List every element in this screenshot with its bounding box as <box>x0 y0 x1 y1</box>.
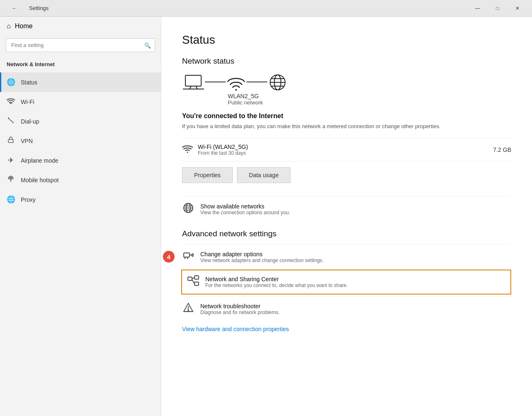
data-usage-button[interactable]: Data usage <box>237 167 291 183</box>
sidebar-item-label: Dial-up <box>21 118 39 125</box>
proxy-icon: 🌐 <box>7 195 15 204</box>
sharing-title: Network and Sharing Center <box>205 276 348 282</box>
show-networks-row[interactable]: Show available networks View the connect… <box>182 196 511 222</box>
globe-icon <box>267 73 288 92</box>
vpn-icon <box>7 136 15 145</box>
sidebar-item-label: Mobile hotspot <box>21 177 59 183</box>
search-icon: 🔍 <box>144 42 151 48</box>
svg-point-0 <box>10 104 11 104</box>
titlebar-left: ← Settings <box>5 0 49 17</box>
sidebar-item-wifi[interactable]: Wi-Fi <box>0 92 161 111</box>
svg-point-1 <box>8 117 9 119</box>
diagram-icons <box>182 73 511 92</box>
hardware-link[interactable]: View hardware and connection properties <box>182 326 289 332</box>
svg-rect-19 <box>184 253 190 257</box>
sidebar-item-hotspot[interactable]: Mobile hotspot <box>0 170 161 190</box>
adapter-title: Change adapter options <box>200 251 324 258</box>
line-2 <box>246 82 267 82</box>
svg-point-13 <box>187 151 188 153</box>
network-status-title: Network status <box>182 57 511 66</box>
adapter-sub: View network adapters and change connect… <box>200 258 324 263</box>
action-buttons: Properties Data usage <box>182 167 511 183</box>
svg-point-2 <box>12 122 14 123</box>
wifi-icon <box>7 97 15 106</box>
svg-rect-21 <box>192 254 193 256</box>
svg-rect-3 <box>8 139 13 142</box>
titlebar-title: Settings <box>29 5 49 11</box>
network-name: WLAN2_5G <box>228 93 511 99</box>
search-box: 🔍 <box>6 38 155 52</box>
laptop-icon <box>182 73 205 92</box>
sidebar-item-label: Airplane mode <box>21 157 58 164</box>
troubleshoot-icon <box>182 302 195 316</box>
network-diagram: WLAN2_5G Public network <box>182 73 511 106</box>
svg-rect-25 <box>195 276 199 279</box>
troubleshoot-sub: Diagnose and fix network problems. <box>200 310 280 315</box>
home-label: Home <box>15 22 33 30</box>
dialup-icon <box>7 117 15 126</box>
wifi-info-left: Wi-Fi (WLAN2_5G) From the last 30 days <box>182 144 248 156</box>
sidebar-item-status[interactable]: 🌐 Status <box>0 72 161 92</box>
sidebar-item-airplane[interactable]: ✈ Airplane mode <box>0 151 161 170</box>
adapter-options-row[interactable]: Change adapter options View network adap… <box>182 244 511 270</box>
main-content: Status Network status <box>161 17 532 416</box>
minimize-button[interactable]: — <box>468 0 487 17</box>
airplane-icon: ✈ <box>7 156 15 165</box>
wifi-details: Wi-Fi (WLAN2_5G) From the last 30 days <box>198 144 248 156</box>
sidebar-item-vpn[interactable]: VPN <box>0 131 161 151</box>
titlebar: ← Settings — □ ✕ <box>0 0 532 17</box>
sidebar-section-title: Network & Internet <box>0 58 161 72</box>
connected-sub: If you have a limited data plan, you can… <box>182 122 511 131</box>
sharing-icon <box>187 275 200 289</box>
page-title: Status <box>182 33 511 47</box>
back-button[interactable]: ← <box>5 0 24 17</box>
sidebar-item-proxy[interactable]: 🌐 Proxy <box>0 190 161 209</box>
home-button[interactable]: ⌂ Home <box>0 17 161 36</box>
troubleshoot-text: Network troubleshooter Diagnose and fix … <box>200 303 280 315</box>
sidebar-item-label: Proxy <box>21 196 36 203</box>
adapter-row-wrap: 4 Change adapter options View network ad… <box>182 244 511 270</box>
titlebar-controls: — □ ✕ <box>468 0 527 17</box>
sidebar-item-label: Wi-Fi <box>21 99 34 105</box>
status-icon: 🌐 <box>7 78 15 87</box>
wifi-info-row: Wi-Fi (WLAN2_5G) From the last 30 days 7… <box>182 138 511 161</box>
wifi-diagram-icon <box>226 73 246 92</box>
svg-rect-24 <box>188 277 192 280</box>
svg-point-30 <box>188 310 189 311</box>
adapter-icon <box>182 250 195 264</box>
available-networks-title: Show available networks <box>200 203 290 210</box>
svg-rect-6 <box>185 75 201 86</box>
sidebar-item-label: Status <box>21 79 37 86</box>
properties-button[interactable]: Properties <box>182 167 233 183</box>
maximize-button[interactable]: □ <box>488 0 507 17</box>
network-label: WLAN2_5G Public network <box>228 93 511 106</box>
app-container: ⌂ Home 🔍 Network & Internet 🌐 Status Wi-… <box>0 17 532 416</box>
sidebar-item-dialup[interactable]: Dial-up <box>0 111 161 131</box>
close-button[interactable]: ✕ <box>508 0 527 17</box>
wifi-signal-icon <box>182 144 193 156</box>
wifi-network-name: Wi-Fi (WLAN2_5G) <box>198 144 248 150</box>
troubleshoot-title: Network troubleshooter <box>200 303 280 310</box>
svg-line-28 <box>192 280 195 284</box>
hotspot-icon <box>7 176 15 184</box>
step-badge: 4 <box>163 251 175 262</box>
available-networks-sub: View the connection options around you. <box>200 210 290 215</box>
svg-rect-26 <box>195 282 199 285</box>
home-icon: ⌂ <box>7 22 11 30</box>
wifi-data-usage: 7.2 GB <box>493 146 511 153</box>
sidebar: ⌂ Home 🔍 Network & Internet 🌐 Status Wi-… <box>0 17 161 416</box>
svg-point-7 <box>235 89 237 91</box>
search-input[interactable] <box>6 38 155 52</box>
network-type: Public network <box>228 99 511 106</box>
troubleshoot-row[interactable]: Network troubleshooter Diagnose and fix … <box>182 296 511 322</box>
wifi-sub-label: From the last 30 days <box>198 150 248 156</box>
sharing-sub: For the networks you connect to, decide … <box>205 282 348 288</box>
line-1 <box>205 82 226 82</box>
sharing-center-row[interactable]: Network and Sharing Center For the netwo… <box>181 270 511 295</box>
adapter-text: Change adapter options View network adap… <box>200 251 324 263</box>
connected-title: You're connected to the Internet <box>182 112 511 120</box>
sidebar-item-label: VPN <box>21 138 33 144</box>
sharing-text: Network and Sharing Center For the netwo… <box>205 276 348 288</box>
show-networks-text: Show available networks View the connect… <box>200 203 290 215</box>
globe-network-icon <box>182 203 195 216</box>
